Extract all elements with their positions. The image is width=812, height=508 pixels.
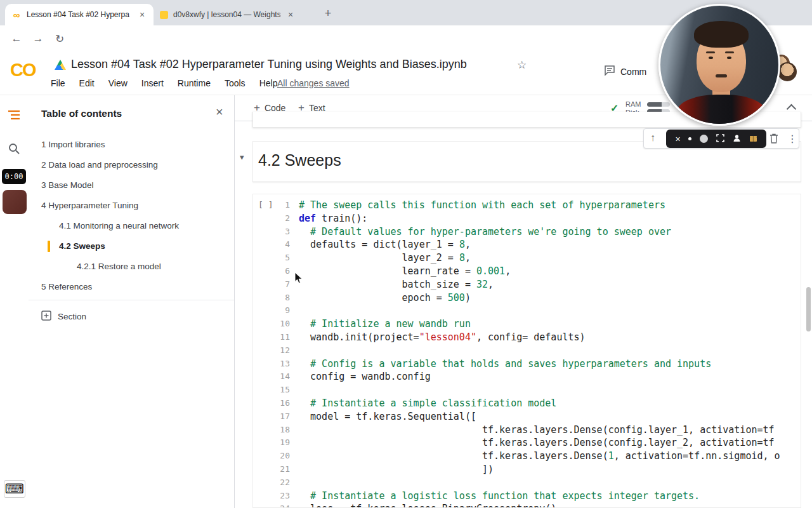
line-number: 18 (280, 424, 299, 437)
menu-insert[interactable]: Insert (141, 78, 164, 88)
recorder-camera-person-icon[interactable] (733, 133, 741, 145)
code-line[interactable]: 15 (280, 384, 801, 397)
move-cell-up-icon[interactable]: ↑ (650, 132, 655, 144)
browser-tab[interactable]: d0v8xwfy | lesson04 — Weights× (154, 4, 302, 25)
code-line[interactable]: 19 tf.keras.layers.Dense(config.layer_2,… (280, 436, 801, 450)
code-line[interactable]: 2def train(): (280, 212, 801, 225)
code-text: tf.keras.layers.Dense(config.layer_1, ac… (299, 424, 775, 437)
code-line[interactable]: 24 loss = tf.keras.losses.BinaryCrossent… (280, 502, 801, 507)
line-number: 12 (280, 344, 299, 358)
code-line[interactable]: 3 # Default values for hyper-parameters … (280, 225, 801, 239)
line-number: 21 (280, 463, 299, 476)
table-of-contents-icon[interactable] (8, 109, 20, 123)
reload-button[interactable]: ↻ (52, 31, 67, 46)
menu-view[interactable]: View (108, 78, 128, 88)
search-icon[interactable] (8, 142, 20, 157)
webcam-person-brow (725, 51, 734, 53)
code-line[interactable]: 22 (280, 476, 801, 490)
code-text: batch_size = 32, (299, 278, 494, 291)
browser-tab[interactable]: ∞Lesson #04 Task #02 Hyperpa× (5, 4, 154, 25)
code-text: config = wandb.config (299, 370, 431, 384)
code-line[interactable]: 18 tf.keras.layers.Dense(config.layer_1,… (280, 424, 801, 437)
colab-profile-avatar[interactable] (778, 62, 797, 81)
colab-logo[interactable]: CO (10, 60, 36, 81)
execution-indicator[interactable]: [ ] (253, 194, 280, 507)
tab-strip-tabs: ∞Lesson #04 Task #02 Hyperpa×d0v8xwfy | … (5, 4, 302, 25)
code-text: # Instantiate a logistic loss function t… (299, 490, 700, 503)
delete-cell-icon[interactable] (769, 133, 778, 146)
code-line[interactable]: 8 epoch = 500) (280, 291, 801, 305)
comment-button[interactable]: Comm (604, 65, 646, 78)
code-line[interactable]: 6 learn_rate = 0.001, (280, 265, 801, 278)
code-text: # Instantiate a simple classification mo… (299, 397, 556, 410)
recorder-close-icon[interactable]: × (675, 135, 680, 144)
toc-item[interactable]: 4 Hyperparameter Tuning (29, 196, 234, 216)
webcam-overlay[interactable] (658, 4, 780, 126)
code-cell[interactable]: [ ] 1# The sweep calls this function wit… (252, 194, 801, 508)
recorder-dot-icon[interactable] (688, 137, 691, 140)
line-number: 2 (280, 212, 299, 225)
webcam-person-hair (694, 21, 749, 48)
toc-item[interactable]: 3 Base Model (29, 175, 234, 196)
code-line[interactable]: 1# The sweep calls this function with ea… (280, 199, 801, 212)
code-line[interactable]: 12 (280, 344, 801, 358)
menu-help[interactable]: Help (259, 78, 278, 88)
code-text: wandb.init(project="lesson04", config= d… (299, 331, 586, 344)
toc-item[interactable]: 2 Data load and preprocessing (29, 155, 234, 175)
menu-runtime[interactable]: Runtime (178, 78, 211, 88)
code-line[interactable]: 4 defaults = dict(layer_1 = 8, (280, 238, 801, 251)
section-collapse-icon[interactable]: ▾ (240, 152, 244, 162)
toc-item[interactable]: 4.2 Sweeps (29, 236, 234, 257)
code-line[interactable]: 23 # Instantiate a logistic loss functio… (280, 490, 801, 503)
changes-saved-status[interactable]: All changes saved (277, 78, 350, 88)
code-text: # The sweep calls this function with eac… (299, 199, 665, 212)
code-line[interactable]: 7 batch_size = 32, (280, 278, 801, 291)
code-line[interactable]: 14 config = wandb.config (280, 370, 801, 384)
code-editor[interactable]: 1# The sweep calls this function with ea… (280, 194, 801, 507)
toc-close-icon[interactable]: × (216, 105, 223, 119)
line-number: 4 (280, 238, 299, 251)
code-line[interactable]: 17 model = tf.keras.Sequential([ (280, 410, 801, 424)
recording-timer-badge: 0:00 (2, 169, 26, 184)
keyboard-indicator[interactable]: ⌨ (4, 480, 25, 498)
code-text: # Initialize a new wandb run (299, 318, 471, 331)
line-number: 10 (280, 318, 299, 331)
plus-square-icon (41, 311, 51, 323)
code-line[interactable]: 16 # Instantiate a simple classification… (280, 397, 801, 410)
cell-more-options-icon[interactable]: ⋮ (787, 133, 797, 145)
code-line[interactable]: 10 # Initialize a new wandb run (280, 318, 801, 331)
tab-close-icon[interactable]: × (285, 10, 296, 20)
left-rail: 0:00 (0, 95, 29, 508)
menu-tools[interactable]: Tools (225, 78, 246, 88)
code-line[interactable]: 9 (280, 304, 801, 318)
toc-item[interactable]: 5 References (29, 277, 234, 297)
code-text: layer_2 = 8, (299, 251, 471, 265)
add-section-button[interactable]: Section (41, 306, 86, 326)
toc-item[interactable]: 1 Import libraries (29, 135, 234, 155)
scrollbar-thumb[interactable] (806, 287, 811, 331)
toc-item[interactable]: 4.1 Monitoring a neural network (29, 216, 234, 236)
notebook-title[interactable]: Lesson #04 Task #02 Hyperparameter Tunin… (71, 58, 467, 71)
code-line[interactable]: 21 ]) (280, 463, 801, 476)
comment-label: Comm (620, 67, 646, 77)
forward-button[interactable]: → (30, 31, 46, 46)
line-number: 20 (280, 450, 299, 463)
code-line[interactable]: 5 layer_2 = 8, (280, 251, 801, 265)
code-line[interactable]: 20 tf.keras.layers.Dense(1, activation=t… (280, 450, 801, 463)
star-notebook-icon[interactable]: ☆ (517, 58, 527, 72)
new-tab-button[interactable]: + (320, 6, 336, 21)
recorder-widget-tile[interactable] (3, 190, 27, 214)
recorder-record-icon[interactable] (700, 135, 708, 143)
tab-close-icon[interactable]: × (137, 10, 147, 20)
toc-divider (29, 300, 234, 300)
recorder-fullscreen-icon[interactable] (716, 133, 724, 145)
toc-panel: Table of contents × 1 Import libraries2 … (29, 95, 235, 508)
menu-file[interactable]: File (51, 78, 65, 88)
code-line[interactable]: 11 wandb.init(project="lesson04", config… (280, 331, 801, 344)
code-line[interactable]: 13 # Config is a variable that holds and… (280, 358, 801, 371)
back-button[interactable]: ← (9, 31, 24, 46)
drive-icon (55, 60, 66, 70)
recorder-gift-icon[interactable] (749, 133, 757, 145)
menu-edit[interactable]: Edit (79, 78, 95, 88)
toc-item[interactable]: 4.2.1 Restore a model (29, 257, 234, 277)
